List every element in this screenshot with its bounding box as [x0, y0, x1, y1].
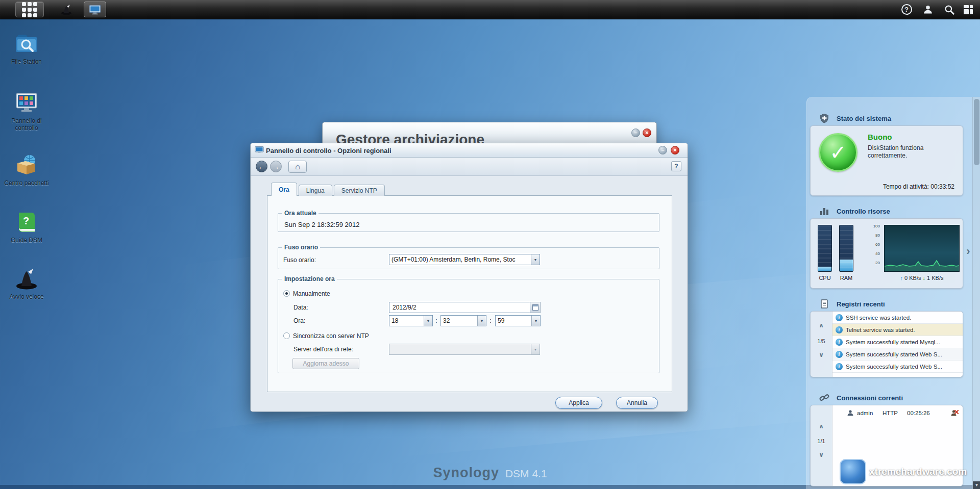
info-icon: i — [836, 351, 843, 358]
home-button[interactable]: ⌂ — [288, 161, 307, 173]
log-row[interactable]: i SSH service was started. — [832, 312, 963, 324]
desktop-icon-file-station[interactable]: File Station — [2, 32, 51, 65]
chevron-down-icon: ▼ — [531, 316, 540, 326]
logs-page-up-button[interactable]: ∧ — [811, 322, 832, 329]
desktop-icon-quick-start[interactable]: Avvio veloce — [2, 267, 51, 300]
widget-title: Controllo risorse — [837, 208, 890, 215]
cancel-button[interactable]: Annulla — [616, 397, 658, 409]
file-station-icon — [14, 32, 39, 56]
ntp-radio[interactable] — [283, 332, 290, 339]
desktop-icon-label: Avvio veloce — [2, 293, 51, 300]
ntp-radio-label: Sincronizza con server NTP — [293, 332, 369, 340]
connections-page-down-button[interactable]: ∨ — [811, 451, 832, 458]
close-button[interactable]: × — [643, 128, 651, 137]
cpu-label: CPU — [818, 275, 832, 281]
desktop-icon-package-center[interactable]: Centro pacchetti — [2, 153, 51, 187]
quick-launch-button[interactable] — [55, 2, 78, 17]
back-button[interactable]: ← — [256, 161, 267, 172]
time-separator: : — [434, 317, 439, 324]
pilot-view-icon — [964, 5, 973, 14]
dialog-titlebar[interactable]: Pannello di controllo - Opzioni regional… — [251, 143, 688, 158]
wizard-hat-icon — [14, 267, 39, 291]
home-icon: ⌂ — [295, 162, 300, 171]
desktop-icon-control-panel[interactable]: Pannello di controllo — [2, 91, 51, 132]
manual-radio-label: Manualmente — [293, 290, 330, 297]
desktop-icon-label: File Station — [2, 58, 51, 65]
download-rate: 1 KB/s — [927, 275, 943, 281]
log-row[interactable]: i System successfully started Mysql... — [832, 336, 963, 348]
info-button[interactable]: ? — [897, 2, 916, 17]
minute-select[interactable]: 32 ▼ — [440, 315, 486, 326]
connection-row[interactable]: admin HTTP 00:25:26 — [832, 407, 963, 419]
widget-title: Connessioni correnti — [837, 394, 903, 402]
control-panel-task-button[interactable] — [84, 2, 106, 17]
search-button[interactable] — [940, 2, 959, 17]
system-status-header: Stato del sistema — [807, 113, 972, 124]
regional-options-dialog: Pannello di controllo - Opzioni regional… — [250, 143, 688, 412]
current-time-group: Ora attuale Sun Sep 2 18:32:59 2012 — [278, 210, 659, 232]
scrollbar-thumb[interactable] — [974, 99, 979, 165]
pilot-view-button[interactable] — [960, 2, 977, 17]
dialog-toolbar: ← → ⌂ ? — [251, 158, 688, 176]
status-description: DiskStation funziona correttamente. — [868, 144, 954, 160]
ram-gauge — [839, 225, 853, 272]
timezone-select[interactable]: (GMT+01:00) Amsterdam, Berlin, Rome, Sto… — [389, 254, 540, 265]
date-input[interactable]: 2012/9/2 — [389, 302, 530, 313]
update-now-button[interactable]: Aggiorna adesso — [292, 358, 359, 369]
user-menu-button[interactable] — [919, 2, 937, 17]
second-select[interactable]: 59 ▼ — [495, 315, 541, 326]
time-separator: : — [488, 317, 493, 324]
package-center-icon — [14, 153, 39, 177]
system-status-widget: ✓ Buono DiskStation funziona correttamen… — [810, 125, 963, 196]
calendar-button[interactable] — [530, 302, 541, 313]
network-rates: ↑ 0 KB/s ↓ 1 KB/s — [884, 275, 960, 281]
dialog-title: Pannello di controllo - Opzioni regional… — [266, 147, 391, 155]
timezone-group: Fuso orario Fuso orario: (GMT+01:00) Ams… — [278, 244, 659, 269]
forward-button[interactable]: → — [270, 161, 282, 172]
ntp-server-select[interactable]: ▼ — [389, 344, 540, 355]
close-button[interactable]: × — [671, 146, 679, 155]
minimize-button[interactable]: – — [658, 146, 667, 155]
main-menu-button[interactable] — [15, 2, 44, 17]
current-time-value: Sun Sep 2 18:32:59 2012 — [284, 221, 359, 228]
cpu-gauge — [818, 225, 832, 272]
manual-radio[interactable] — [283, 290, 290, 297]
desktop-icon-label: Guida DSM — [2, 237, 51, 244]
log-row[interactable]: i Telnet service was started. — [832, 324, 963, 336]
timezone-label: Fuso orario: — [283, 256, 316, 264]
help-button[interactable]: ? — [671, 161, 681, 171]
date-label: Data: — [293, 304, 308, 311]
monitor-icon — [89, 5, 101, 15]
scrollbar-down-button[interactable]: ▼ — [973, 481, 980, 489]
tab-servizio-ntp[interactable]: Servizio NTP — [334, 185, 385, 196]
tab-lingua[interactable]: Lingua — [299, 185, 332, 196]
minimize-button[interactable]: – — [631, 128, 640, 137]
logs-page-down-button[interactable]: ∨ — [811, 351, 832, 358]
log-row[interactable]: i System successfully started Web S... — [832, 348, 963, 361]
network-chart — [884, 225, 960, 272]
bar-chart-icon — [819, 206, 829, 216]
connections-pager: ∧ 1/1 ∨ — [811, 405, 832, 486]
desktop: ? File Station — [0, 0, 980, 489]
resource-detail-button[interactable]: › — [964, 244, 972, 259]
widget-title: Registri recenti — [837, 300, 885, 308]
svg-text:?: ? — [23, 215, 29, 226]
connections-header: Connessioni correnti — [807, 393, 972, 404]
log-row[interactable]: i System successfully started Web S... — [832, 361, 963, 373]
desktop-icon-dsm-help[interactable]: ? Guida DSM — [2, 210, 51, 244]
logs-list: i SSH service was started. i Telnet serv… — [832, 312, 963, 377]
chevron-down-icon: ▼ — [531, 254, 540, 265]
hour-select[interactable]: 18 ▼ — [389, 315, 433, 326]
user-icon — [923, 5, 933, 15]
time-label: Ora: — [293, 317, 305, 324]
tab-ora[interactable]: Ora — [271, 183, 297, 196]
sidebar-scrollbar[interactable]: ▼ — [972, 97, 980, 489]
apply-button[interactable]: Applica — [555, 397, 602, 409]
time-setting-group: Impostazione ora Manualmente Data: 2012/… — [278, 275, 659, 373]
desktop-icon-label: Centro pacchetti — [2, 179, 51, 187]
connections-page-indicator: 1/1 — [811, 438, 832, 444]
kick-user-icon[interactable] — [950, 409, 959, 417]
site-watermark: xtremehardware.com — [840, 459, 967, 484]
connections-page-up-button[interactable]: ∧ — [811, 423, 832, 430]
logs-pager: ∧ 1/5 ∨ — [811, 312, 832, 377]
